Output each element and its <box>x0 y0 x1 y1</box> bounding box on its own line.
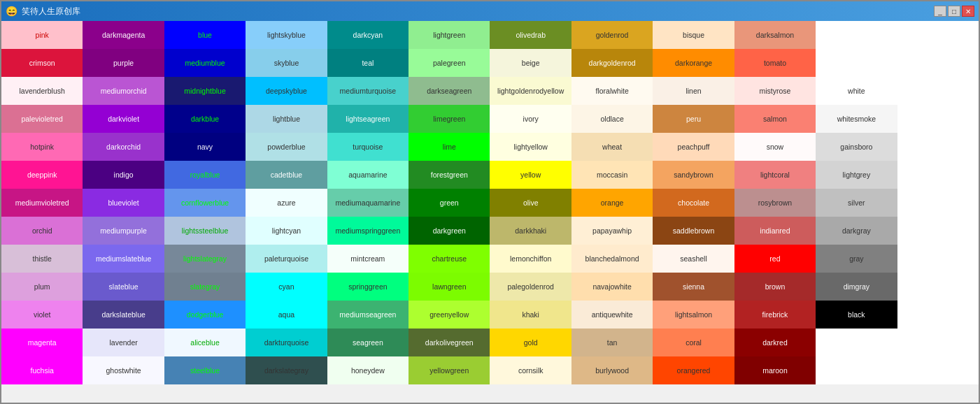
color-cell[interactable]: dimgray <box>816 273 897 301</box>
color-cell[interactable] <box>897 301 979 329</box>
color-cell[interactable]: pink <box>1 21 83 49</box>
color-cell[interactable]: mediumseagreen <box>327 301 409 329</box>
color-cell[interactable]: wheat <box>571 133 653 161</box>
color-cell[interactable]: antiquewhite <box>571 301 653 329</box>
color-cell[interactable]: cornflowerblue <box>164 189 246 217</box>
color-cell[interactable]: dodgerblue <box>164 301 246 329</box>
color-cell[interactable]: mediumvioletred <box>1 189 83 217</box>
color-cell[interactable]: darkolivegreen <box>409 329 490 356</box>
color-cell[interactable]: midnightblue <box>164 77 246 105</box>
color-cell[interactable]: darkred <box>734 329 816 356</box>
color-cell[interactable]: black <box>816 301 897 329</box>
color-cell[interactable]: powderblue <box>246 133 327 161</box>
color-cell[interactable]: darkgray <box>816 217 897 245</box>
minimize-button[interactable]: _ <box>934 6 946 17</box>
color-cell[interactable]: limegreen <box>409 105 490 133</box>
color-cell[interactable]: darkturquoise <box>246 329 327 356</box>
color-cell[interactable]: lightblue <box>246 105 327 133</box>
color-cell[interactable]: brown <box>734 273 816 301</box>
color-cell[interactable]: lavender <box>83 329 164 356</box>
color-cell[interactable]: chocolate <box>653 189 734 217</box>
color-cell[interactable]: sienna <box>653 273 734 301</box>
color-cell[interactable]: steelblue <box>164 356 246 384</box>
color-cell[interactable] <box>897 273 979 301</box>
color-cell[interactable]: lightgrey <box>816 161 897 189</box>
color-cell[interactable]: sandybrown <box>653 161 734 189</box>
color-cell[interactable]: ivory <box>490 105 571 133</box>
color-cell[interactable]: deepskyblue <box>246 77 327 105</box>
color-cell[interactable]: floralwhite <box>571 77 653 105</box>
color-cell[interactable]: darkcyan <box>327 21 409 49</box>
color-cell[interactable]: seagreen <box>327 329 409 356</box>
color-cell[interactable]: palegreen <box>409 49 490 77</box>
color-cell[interactable]: yellow <box>490 161 571 189</box>
color-cell[interactable]: rosybrown <box>734 189 816 217</box>
color-cell[interactable]: plum <box>1 273 83 301</box>
color-cell[interactable]: mediumslateblue <box>83 245 164 273</box>
color-cell[interactable]: hotpink <box>1 133 83 161</box>
color-cell[interactable] <box>897 245 979 273</box>
color-cell[interactable]: chartreuse <box>409 245 490 273</box>
color-cell[interactable]: mediumspringgreen <box>327 217 409 245</box>
color-cell[interactable] <box>816 356 897 384</box>
color-cell[interactable]: lightgoldenrodyellow <box>490 77 571 105</box>
color-cell[interactable]: mediumturquoise <box>327 77 409 105</box>
color-cell[interactable] <box>897 356 979 384</box>
color-cell[interactable]: palegoldenrod <box>490 273 571 301</box>
color-cell[interactable] <box>816 329 897 356</box>
color-cell[interactable]: greenyellow <box>409 301 490 329</box>
color-cell[interactable]: darkorchid <box>83 133 164 161</box>
color-cell[interactable]: lightcyan <box>246 217 327 245</box>
color-cell[interactable]: turquoise <box>327 133 409 161</box>
color-cell[interactable]: indigo <box>83 161 164 189</box>
color-cell[interactable]: firebrick <box>734 301 816 329</box>
color-cell[interactable]: orchid <box>1 217 83 245</box>
color-cell[interactable]: paleturquoise <box>246 245 327 273</box>
color-cell[interactable]: palevioletred <box>1 105 83 133</box>
color-cell[interactable]: lightskyblue <box>246 21 327 49</box>
color-cell[interactable]: seashell <box>653 245 734 273</box>
color-cell[interactable]: green <box>409 189 490 217</box>
color-cell[interactable]: royalblue <box>164 161 246 189</box>
color-cell[interactable]: darkviolet <box>83 105 164 133</box>
color-cell[interactable]: orange <box>571 189 653 217</box>
color-cell[interactable]: peachpuff <box>653 133 734 161</box>
color-cell[interactable]: aquamarine <box>327 161 409 189</box>
color-cell[interactable]: violet <box>1 301 83 329</box>
color-cell[interactable]: white <box>816 77 897 105</box>
color-cell[interactable]: khaki <box>490 301 571 329</box>
color-cell[interactable]: bisque <box>653 21 734 49</box>
color-cell[interactable]: crimson <box>1 49 83 77</box>
color-cell[interactable] <box>897 217 979 245</box>
color-cell[interactable]: lemonchiffon <box>490 245 571 273</box>
color-cell[interactable]: tomato <box>734 49 816 77</box>
color-cell[interactable]: orangered <box>653 356 734 384</box>
color-cell[interactable]: olivedrab <box>490 21 571 49</box>
color-cell[interactable]: blanchedalmond <box>571 245 653 273</box>
color-cell[interactable]: oldlace <box>571 105 653 133</box>
color-cell[interactable]: burlywood <box>571 356 653 384</box>
color-cell[interactable]: lightyellow <box>490 133 571 161</box>
color-cell[interactable]: darkseagreen <box>409 77 490 105</box>
color-cell[interactable]: lavenderblush <box>1 77 83 105</box>
color-cell[interactable] <box>816 49 897 77</box>
color-cell[interactable] <box>897 133 979 161</box>
color-cell[interactable]: aqua <box>246 301 327 329</box>
color-cell[interactable]: gold <box>490 329 571 356</box>
color-cell[interactable]: honeydew <box>327 356 409 384</box>
color-cell[interactable] <box>897 189 979 217</box>
color-cell[interactable]: yellowgreen <box>409 356 490 384</box>
color-cell[interactable]: magenta <box>1 329 83 356</box>
color-cell[interactable]: whitesmoke <box>816 105 897 133</box>
color-cell[interactable]: silver <box>816 189 897 217</box>
color-cell[interactable]: darkslateblue <box>83 301 164 329</box>
color-cell[interactable]: navajowhite <box>571 273 653 301</box>
color-cell[interactable]: gainsboro <box>816 133 897 161</box>
color-cell[interactable]: mediumpurple <box>83 217 164 245</box>
color-cell[interactable]: lightcoral <box>734 161 816 189</box>
color-cell[interactable]: lightsalmon <box>653 301 734 329</box>
color-cell[interactable]: deeppink <box>1 161 83 189</box>
color-cell[interactable]: slategray <box>164 273 246 301</box>
color-cell[interactable]: azure <box>246 189 327 217</box>
color-cell[interactable]: cadetblue <box>246 161 327 189</box>
